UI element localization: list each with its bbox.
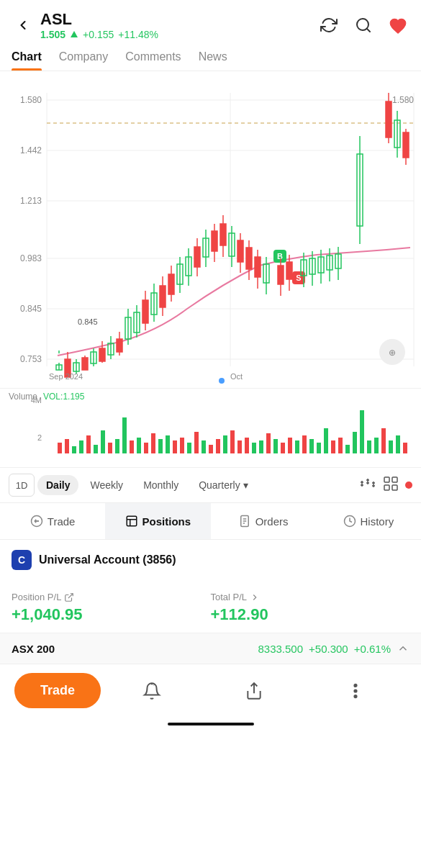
tab-orders[interactable]: Orders: [211, 503, 316, 539]
main-tabs: Chart Company Comments News: [0, 45, 421, 71]
svg-text:1.442: 1.442: [20, 145, 42, 155]
svg-rect-127: [216, 439, 220, 453]
svg-marker-0: [71, 31, 78, 37]
svg-rect-137: [288, 438, 292, 453]
svg-rect-153: [403, 443, 407, 453]
tab-positions[interactable]: Positions: [105, 503, 210, 539]
back-button[interactable]: [12, 14, 35, 37]
svg-rect-114: [122, 417, 127, 453]
search-icon[interactable]: [352, 14, 375, 37]
svg-text:⊕: ⊕: [389, 348, 396, 358]
svg-point-185: [355, 695, 357, 697]
svg-rect-66: [246, 248, 252, 269]
svg-point-184: [355, 690, 357, 692]
svg-rect-147: [360, 410, 364, 453]
svg-rect-124: [194, 432, 199, 453]
volume-label: Volume: [9, 392, 37, 402]
index-name: ASX 200: [12, 643, 252, 655]
svg-text:Sep 2024: Sep 2024: [49, 372, 83, 381]
svg-line-181: [153, 684, 154, 685]
index-change: +50.300: [309, 643, 348, 655]
tab-news[interactable]: News: [199, 45, 227, 71]
chevron-up-icon: [397, 642, 409, 655]
svg-rect-115: [130, 440, 134, 453]
svg-rect-145: [345, 445, 350, 453]
svg-rect-108: [79, 440, 83, 453]
index-row[interactable]: ASX 200 8333.500 +50.300 +0.61%: [0, 633, 421, 664]
tab-comments[interactable]: Comments: [125, 45, 181, 71]
svg-rect-119: [158, 439, 163, 453]
more-icon[interactable]: [341, 677, 370, 705]
position-pl-label: Position P/L: [12, 592, 211, 602]
history-tab-label: History: [361, 515, 394, 528]
current-price: 1.505: [40, 29, 65, 40]
weekly-button[interactable]: Weekly: [81, 475, 132, 495]
svg-rect-76: [286, 262, 292, 279]
orders-tab-label: Orders: [255, 515, 289, 528]
1d-box[interactable]: 1D: [9, 474, 35, 497]
svg-rect-140: [309, 439, 314, 453]
svg-rect-74: [278, 266, 284, 284]
svg-rect-149: [374, 438, 379, 453]
toolbar-icons: [101, 677, 407, 705]
svg-rect-123: [187, 443, 191, 453]
svg-rect-117: [144, 443, 148, 453]
tab-history[interactable]: History: [316, 503, 421, 539]
svg-rect-113: [115, 439, 119, 453]
svg-text:0.845: 0.845: [78, 317, 98, 326]
svg-rect-107: [72, 446, 76, 453]
volume-header: Volume VOL:1.195: [9, 392, 84, 402]
svg-rect-58: [212, 231, 217, 251]
svg-text:B: B: [277, 252, 283, 261]
svg-rect-46: [160, 286, 166, 307]
monthly-button[interactable]: Monthly: [135, 475, 187, 495]
svg-rect-118: [151, 433, 155, 453]
svg-rect-150: [381, 428, 386, 453]
bottom-nav-tabs: Trade Positions Orders History: [0, 502, 421, 540]
account-row: C Universal Account (3856): [12, 550, 409, 570]
grid-icon[interactable]: [382, 475, 399, 495]
candlestick-chart[interactable]: 1.580 1.442 1.213 0.983 0.845 0.753 1.58…: [0, 71, 421, 388]
bottom-toolbar: Trade: [0, 664, 421, 717]
daily-button[interactable]: Daily: [37, 475, 78, 495]
svg-rect-163: [384, 477, 389, 482]
index-price: 8333.500: [258, 643, 303, 655]
volume-value: VOL:1.195: [43, 392, 84, 402]
home-indicator: [0, 717, 421, 728]
trade-icon: [30, 515, 43, 528]
favorite-icon[interactable]: [386, 14, 409, 37]
svg-rect-68: [255, 257, 261, 277]
tab-company[interactable]: Company: [59, 45, 108, 71]
svg-text:2: 2: [37, 433, 42, 442]
svg-rect-152: [396, 435, 400, 453]
svg-text:0.753: 0.753: [20, 354, 42, 364]
header: ASL 1.505 +0.155 +11.48%: [0, 0, 421, 45]
svg-rect-28: [82, 358, 88, 370]
alert-icon[interactable]: [137, 677, 166, 705]
svg-text:1.580: 1.580: [392, 95, 414, 105]
svg-rect-171: [127, 516, 137, 526]
svg-rect-125: [202, 440, 206, 453]
svg-rect-129: [230, 430, 235, 453]
svg-rect-148: [367, 440, 371, 453]
period-extra-icons: [359, 475, 412, 495]
tab-trade[interactable]: Trade: [0, 503, 105, 539]
quarterly-button[interactable]: Quarterly ▾: [190, 475, 256, 495]
svg-rect-134: [266, 433, 271, 453]
svg-rect-120: [166, 435, 170, 453]
account-section: C Universal Account (3856): [0, 540, 421, 580]
chart-type-icon[interactable]: [359, 475, 376, 495]
positions-tab-label: Positions: [142, 515, 191, 528]
tab-chart[interactable]: Chart: [12, 45, 42, 71]
svg-rect-64: [237, 240, 243, 262]
trade-button[interactable]: Trade: [14, 673, 101, 708]
share-icon[interactable]: [240, 677, 268, 705]
index-pct: +0.61%: [354, 643, 391, 655]
svg-rect-136: [281, 443, 285, 453]
svg-text:0.845: 0.845: [20, 304, 42, 314]
svg-rect-48: [168, 274, 174, 294]
svg-rect-146: [353, 432, 357, 453]
trade-tab-label: Trade: [47, 515, 76, 528]
svg-text:1.580: 1.580: [20, 95, 42, 105]
refresh-icon[interactable]: [317, 14, 340, 37]
